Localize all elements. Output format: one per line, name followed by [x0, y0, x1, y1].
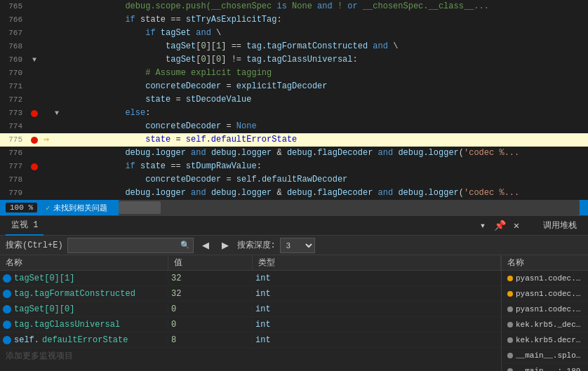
callstack-dot	[507, 322, 513, 328]
var-name-cell: self.defaultErrorState	[0, 335, 168, 345]
var-type-cell: int	[253, 320, 501, 330]
callstack-dot	[507, 306, 513, 312]
depth-label: 搜索深度:	[237, 239, 276, 251]
horizontal-scrollbar[interactable]	[119, 200, 580, 215]
line-num-777: 777	[0, 160, 28, 173]
var-type-cell: int	[253, 335, 501, 345]
line-num-765: 765	[0, 0, 28, 13]
var-name-text[interactable]: tag.tagClassUniversal	[14, 320, 120, 330]
code-line-766: 766 if state == stTryAsExplicitTag:	[0, 13, 588, 27]
table-row: self.defaultErrorState 8 int	[0, 332, 501, 348]
col-header-name: 名称	[0, 255, 168, 270]
code-content-774: concreteDecoder = None	[62, 120, 588, 133]
callstack-item[interactable]: __main__ : 189	[502, 363, 588, 371]
code-line-779: 779 debug.logger and debug.logger & debu…	[0, 187, 588, 200]
table-row: tagSet[0][1] 32 int	[0, 271, 501, 286]
code-content-773: else:	[62, 107, 588, 120]
breakpoint-area-769: ▼	[28, 53, 41, 67]
add-watch-label: 添加更多监视项目	[6, 350, 73, 362]
callstack-item[interactable]: pyasn1.codec...	[502, 286, 588, 302]
line-num-770: 770	[0, 67, 28, 80]
search-next-btn[interactable]: ▶	[218, 238, 233, 253]
col-header-type: 类型	[253, 255, 501, 270]
table-row: tag.tagFormatConstructed 32 int	[0, 286, 501, 302]
code-content-767: if tagSet and \	[62, 27, 588, 40]
breakpoint-area-777	[28, 163, 41, 170]
panel-header: 监视 1 ▾ 📌 ✕ 调用堆栈	[0, 216, 588, 236]
code-line-774: 774 concreteDecoder = None	[0, 120, 588, 133]
callstack-col-label: 名称	[507, 257, 524, 269]
callstack-dot	[507, 291, 513, 297]
zoom-level[interactable]: 100 %	[6, 203, 37, 213]
panel-filter-btn[interactable]: ▾	[476, 219, 490, 233]
col-header-value: 值	[168, 255, 253, 270]
table-row: tag.tagClassUniversal 0 int	[0, 317, 501, 332]
line-num-774: 774	[0, 120, 28, 133]
search-input[interactable]	[67, 238, 194, 253]
code-line-765: 765 debug.scope.push(__chosenSpec is Non…	[0, 0, 588, 13]
var-value-cell: 32	[168, 274, 253, 283]
line-num-767: 767	[0, 27, 28, 40]
var-value-cell: 32	[168, 289, 253, 299]
var-name-text[interactable]: tagSet[0][0]	[14, 304, 74, 314]
code-line-771: 771 concreteDecoder = explicitTagDecoder	[0, 80, 588, 93]
add-watch-row[interactable]: 添加更多监视项目	[0, 348, 501, 363]
code-line-775: 775 ⇒ state = self.defaultErrorState	[0, 133, 588, 147]
code-line-769: 769 ▼ tagSet[0][0] != tag.tagClassUniver…	[0, 53, 588, 67]
var-name-text[interactable]: tag.tagFormatConstructed	[14, 289, 135, 299]
var-icon	[3, 274, 11, 283]
var-value-cell: 0	[168, 304, 253, 314]
code-line-773: 773 ▼ else:	[0, 107, 588, 120]
callstack-item[interactable]: pyasn1.codec...	[502, 302, 588, 317]
bottom-panel: 监视 1 ▾ 📌 ✕ 调用堆栈 搜索(Ctrl+E) 🔍 ◀ ▶ 搜索深度: 3…	[0, 215, 588, 371]
panel-actions: ▾ 📌 ✕	[476, 219, 523, 233]
code-content-770: # Assume explicit tagging	[62, 67, 588, 80]
var-value-cell: 0	[168, 320, 253, 330]
var-icon	[3, 290, 11, 298]
line-num-769: 769	[0, 53, 28, 67]
zoom-control[interactable]: 100 %	[6, 203, 37, 213]
callstack-item[interactable]: pyasn1.codec...	[502, 271, 588, 286]
callstack-item[interactable]: kek.krb5.decr...	[502, 332, 588, 348]
var-value-cell: 8	[168, 335, 253, 345]
callstack-item-text: __main__.splo...	[516, 351, 582, 360]
line-num-768: 768	[0, 40, 28, 53]
callstack-item[interactable]: kek.krb5._dec...	[502, 317, 588, 332]
callstack-dot	[507, 353, 513, 358]
var-name-cell: tag.tagClassUniversal	[0, 320, 168, 330]
panel-close-btn[interactable]: ✕	[509, 219, 523, 233]
var-icon	[3, 336, 11, 344]
code-content-779: debug.logger and debug.logger & debug.fl…	[62, 187, 588, 200]
search-prev-btn[interactable]: ◀	[198, 238, 213, 253]
code-line-776: 776 debug.logger and debug.logger & debu…	[0, 147, 588, 160]
code-content-765: debug.scope.push(__chosenSpec is None an…	[62, 0, 588, 13]
fold-773: ▼	[52, 107, 62, 120]
table-row: tagSet[0][0] 0 int	[0, 302, 501, 317]
code-line-778: 778 concreteDecoder = self.defaultRawDec…	[0, 173, 588, 187]
var-name-link[interactable]: defaultErrorState	[42, 335, 128, 345]
code-content-769: tagSet[0][0] != tag.tagClassUniversal:	[62, 53, 588, 67]
code-content-766: if state == stTryAsExplicitTag:	[62, 13, 588, 27]
panel-pin-btn[interactable]: 📌	[493, 219, 507, 233]
search-label: 搜索(Ctrl+E)	[6, 239, 63, 251]
var-name-text[interactable]: tagSet[0][1]	[14, 274, 74, 283]
search-toolbar: 搜索(Ctrl+E) 🔍 ◀ ▶ 搜索深度: 3 1 2 4 5	[0, 236, 588, 255]
var-icon	[3, 321, 11, 329]
line-num-779: 779	[0, 187, 28, 200]
var-type-cell: int	[253, 304, 501, 314]
line-num-773: 773	[0, 107, 28, 120]
callstack-item[interactable]: __main__.splo...	[502, 348, 588, 363]
var-type-cell: int	[253, 289, 501, 299]
line-num-766: 766	[0, 13, 28, 27]
code-line-767: 767 if tagSet and \	[0, 27, 588, 40]
code-editor: 765 debug.scope.push(__chosenSpec is Non…	[0, 0, 588, 200]
search-icon[interactable]: 🔍	[178, 238, 192, 252]
scrollbar-thumb[interactable]	[119, 201, 161, 214]
line-num-776: 776	[0, 147, 28, 160]
callstack-item-text: kek.krb5.decr...	[516, 336, 582, 344]
callstack-header: 名称	[502, 255, 588, 271]
callstack-item-text: pyasn1.codec...	[516, 274, 582, 283]
table-header: 名称 值 类型	[0, 255, 501, 271]
depth-select[interactable]: 3 1 2 4 5	[280, 238, 315, 253]
watch-tab[interactable]: 监视 1	[6, 216, 44, 236]
